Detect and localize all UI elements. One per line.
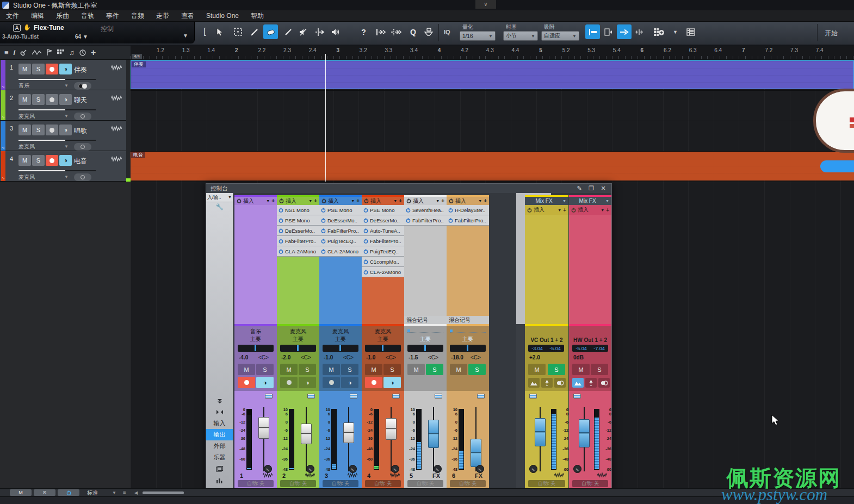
playhead-cursor[interactable] bbox=[325, 54, 326, 182]
channel-mute-button[interactable]: M bbox=[280, 364, 298, 375]
track-mute-button[interactable]: M bbox=[18, 125, 31, 135]
help-macro-icon[interactable]: ? bbox=[356, 24, 371, 39]
mixer-pin-icon[interactable]: ✎ bbox=[575, 185, 583, 192]
menu-item-走带[interactable]: 走带 bbox=[150, 10, 175, 21]
track-toolbar-clock-icon[interactable] bbox=[79, 49, 86, 56]
track-mute-button[interactable]: M bbox=[18, 94, 31, 105]
track-input-select[interactable]: 音乐 bbox=[18, 82, 29, 90]
insert-slot-FabFilterPro..[interactable]: FabFilterPro.. bbox=[447, 215, 489, 226]
paint-tool[interactable] bbox=[281, 24, 295, 39]
channel-insert-header[interactable]: 插入▼+ bbox=[362, 195, 404, 205]
mixer-detach-icon[interactable]: ❐ bbox=[587, 185, 595, 192]
insert-slot-C1compMo..[interactable]: C1compMo.. bbox=[362, 257, 404, 267]
insert-slot-CLA-2AMono[interactable]: CLA-2AMono bbox=[319, 246, 362, 257]
play-from-icon[interactable] bbox=[373, 24, 388, 39]
track-input-select[interactable]: 麦克风 bbox=[18, 143, 35, 151]
global-mute-button[interactable]: M bbox=[10, 489, 32, 496]
fader-cap[interactable] bbox=[428, 420, 439, 448]
channel-fader[interactable] bbox=[535, 407, 546, 471]
song-dropdown-icon[interactable]: ▼ bbox=[183, 33, 188, 39]
input-dropdown-icon[interactable]: ▼ bbox=[64, 144, 69, 149]
channel-pan-slider[interactable] bbox=[407, 345, 443, 352]
channel-insert-header[interactable]: Mix FX▼ bbox=[569, 195, 611, 205]
track-volume-slider[interactable] bbox=[18, 140, 65, 141]
channel-insert-header[interactable]: 插入▼+ bbox=[234, 195, 277, 205]
insert-slot-CLA-2AMono[interactable]: CLA-2AMono bbox=[362, 267, 404, 277]
channel-insert-subheader[interactable]: 插入▼+ bbox=[569, 205, 611, 215]
channel-layers-button[interactable] bbox=[307, 394, 315, 399]
insert-slot-PSE Mono[interactable]: PSE Mono bbox=[319, 205, 362, 215]
mixer-nav-乐器[interactable]: 乐器 bbox=[206, 452, 233, 463]
track-io-chip[interactable] bbox=[74, 113, 91, 120]
tempo-value[interactable]: 64 ▼ bbox=[75, 34, 88, 40]
mixer-narrow-channels-icon[interactable] bbox=[206, 406, 233, 418]
snap-select[interactable]: 自适应▼ bbox=[541, 31, 579, 41]
fader-cap[interactable] bbox=[535, 418, 546, 446]
channel-solo-button[interactable]: S bbox=[591, 364, 608, 375]
timebase-select[interactable]: 小节▼ bbox=[503, 31, 538, 41]
track-toolbar-track-menu-icon[interactable]: ≡ bbox=[4, 48, 9, 57]
mixer-banks-icon[interactable] bbox=[206, 463, 233, 475]
track-monitor-button[interactable]: ◑ bbox=[59, 94, 72, 105]
input-dropdown-icon[interactable]: ▼ bbox=[64, 114, 69, 119]
channel-solo-button[interactable]: S bbox=[383, 364, 401, 375]
track-row-唱歌[interactable]: ∿3MS◑唱歌麦克风▼ bbox=[0, 121, 126, 151]
channel-fader[interactable] bbox=[343, 407, 354, 471]
track-solo-button[interactable]: S bbox=[32, 94, 45, 105]
channel-mute-button[interactable]: M bbox=[450, 364, 467, 375]
insert-slot-NS1 Mono[interactable]: NS1 Mono bbox=[277, 205, 319, 215]
menu-item-事件[interactable]: 事件 bbox=[100, 10, 125, 21]
track-volume-slider[interactable] bbox=[18, 79, 65, 80]
channel-mountain-icon[interactable] bbox=[528, 378, 540, 388]
insert-slot-PSE Mono[interactable]: PSE Mono bbox=[277, 215, 319, 226]
channel-monitor-button[interactable]: ◑ bbox=[341, 377, 358, 388]
channel-fader[interactable] bbox=[428, 407, 439, 471]
channel-layers-button[interactable] bbox=[350, 394, 357, 399]
channel-layers-button[interactable] bbox=[477, 394, 485, 399]
channel-pan-knob[interactable] bbox=[349, 465, 357, 473]
track-mute-button[interactable]: M bbox=[18, 64, 31, 74]
input-dropdown-icon[interactable]: ▼ bbox=[64, 83, 69, 88]
mixer-nav-输出[interactable]: 输出 bbox=[206, 429, 233, 440]
channel-pan-slider[interactable] bbox=[238, 345, 274, 352]
track-record-button[interactable] bbox=[46, 94, 58, 105]
channel-pan-slider[interactable] bbox=[450, 345, 486, 352]
menu-item-音轨[interactable]: 音轨 bbox=[75, 10, 100, 21]
channel-insert-header[interactable]: Mix FX▼ bbox=[525, 195, 568, 205]
film-view-button[interactable] bbox=[683, 24, 698, 39]
channel-solo-button[interactable]: S bbox=[299, 364, 316, 375]
track-input-select[interactable]: 麦克风 bbox=[18, 173, 35, 181]
channel-insert-header[interactable]: 插入▼+ bbox=[404, 195, 447, 205]
scroll-left-icon[interactable]: ◀ bbox=[134, 490, 138, 495]
channel-record-button[interactable] bbox=[280, 377, 298, 388]
channel-solo-button[interactable]: S bbox=[426, 364, 443, 375]
play-through-icon[interactable] bbox=[388, 24, 403, 39]
channel-mute-button[interactable]: M bbox=[238, 364, 255, 375]
listen-tool[interactable] bbox=[329, 24, 343, 39]
mixer-collapse-all-icon[interactable] bbox=[206, 395, 233, 406]
menu-item-查看[interactable]: 查看 bbox=[175, 10, 200, 21]
channel-solo-button[interactable]: S bbox=[548, 364, 565, 375]
channel-layers-button[interactable] bbox=[265, 394, 273, 399]
mute-tool[interactable] bbox=[296, 24, 311, 39]
channel-monitor-button[interactable]: ◑ bbox=[299, 377, 316, 388]
audio-clip-电音[interactable]: 电音 bbox=[131, 152, 854, 181]
autoscroll-button[interactable] bbox=[617, 24, 632, 39]
channel-automation-button[interactable]: 自动: 关 bbox=[450, 480, 486, 487]
start-button[interactable]: 开始 bbox=[825, 29, 838, 38]
channel-fader[interactable] bbox=[579, 407, 590, 471]
fader-cap[interactable] bbox=[301, 424, 312, 444]
fader-cap[interactable] bbox=[471, 439, 481, 467]
channel-monitor-button[interactable]: ◑ bbox=[383, 377, 401, 388]
snap-grid-button[interactable] bbox=[585, 24, 600, 39]
channel-pan-knob[interactable] bbox=[434, 465, 442, 473]
fader-cap[interactable] bbox=[386, 418, 397, 440]
track-monitor-button[interactable]: ◑ bbox=[59, 125, 72, 135]
mode-select[interactable]: 标准 bbox=[87, 489, 98, 497]
channel-pan-knob[interactable] bbox=[391, 465, 399, 473]
track-solo-button[interactable]: S bbox=[32, 64, 45, 74]
track-record-button[interactable] bbox=[46, 64, 58, 74]
channel-layers-button[interactable] bbox=[573, 394, 581, 399]
menu-item-音频[interactable]: 音频 bbox=[125, 10, 150, 21]
fader-cap[interactable] bbox=[579, 419, 590, 447]
